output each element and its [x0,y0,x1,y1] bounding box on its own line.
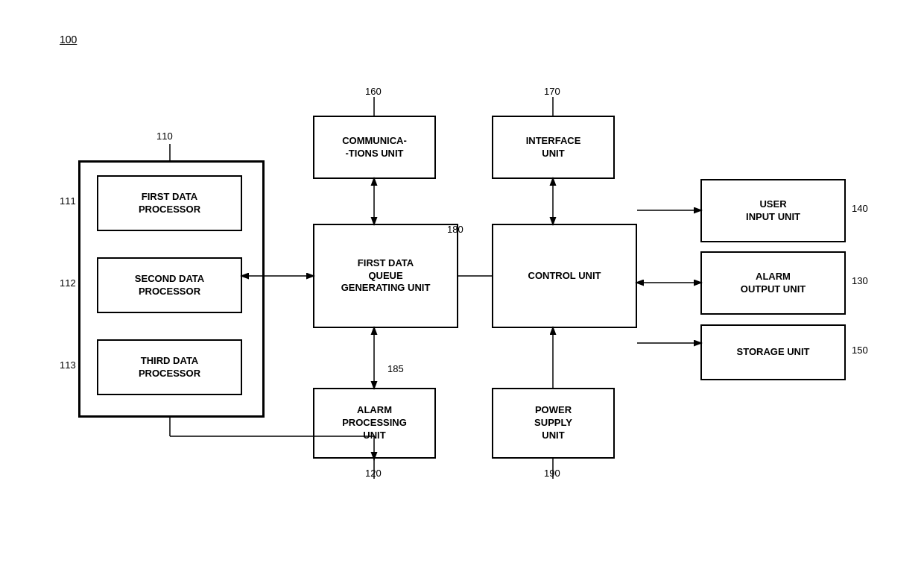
ref-185: 185 [387,363,404,374]
ref-180: 180 [447,224,463,235]
alarm-output-unit: ALARMOUTPUT UNIT [700,251,846,315]
third-data-processor: THIRD DATAPROCESSOR [97,339,242,395]
second-data-processor: SECOND DATAPROCESSOR [97,257,242,313]
ref-170: 170 [544,86,560,97]
ref-120: 120 [365,468,382,479]
ref-160: 160 [365,86,382,97]
storage-unit: STORAGE UNIT [700,324,846,380]
ref-113: 113 [60,359,76,371]
power-supply-unit: POWERSUPPLYUNIT [492,388,615,459]
control-unit: CONTROL UNIT [492,224,637,328]
first-data-processor: FIRST DATAPROCESSOR [97,175,242,231]
ref-111: 111 [60,195,76,207]
interface-unit: INTERFACEUNIT [492,116,615,179]
ref-140: 140 [852,203,868,214]
ref-190: 190 [544,468,560,479]
ref-112: 112 [60,277,76,289]
main-ref-label: 100 [60,34,77,45]
user-input-unit: USERINPUT UNIT [700,179,846,242]
alarm-processing-unit: ALARMPROCESSINGUNIT [313,388,436,459]
label-110: 110 [156,131,173,142]
communications-unit: COMMUNICA--TIONS UNIT [313,116,436,179]
ref-150: 150 [852,345,868,356]
ref-130: 130 [852,275,868,286]
first-data-queue-unit: FIRST DATAQUEUEGENERATING UNIT [313,224,458,328]
